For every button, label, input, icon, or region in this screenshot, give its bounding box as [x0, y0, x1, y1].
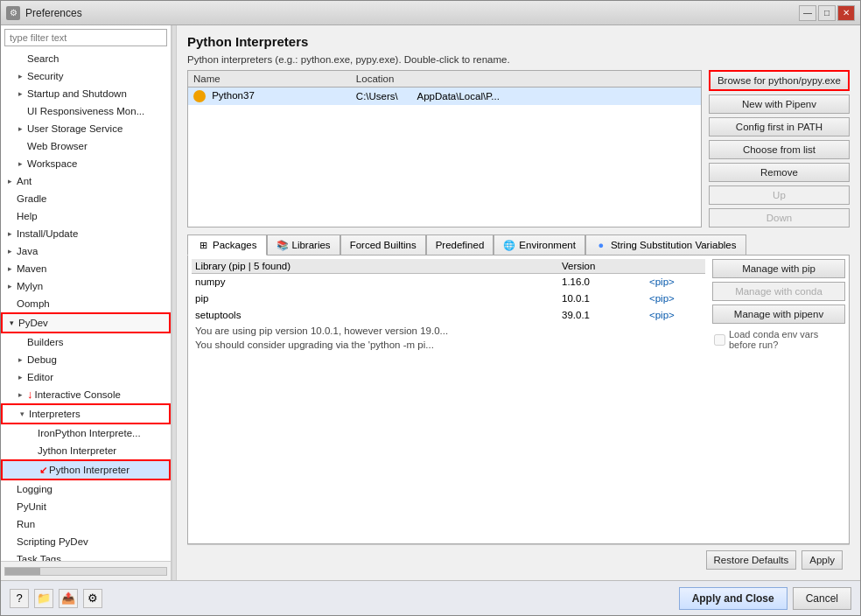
- remove-button[interactable]: Remove: [709, 163, 850, 182]
- tab-environment[interactable]: 🌐 Environment: [494, 234, 585, 255]
- pip-warning-1: You are using pip version 10.0.1, howeve…: [192, 324, 705, 338]
- sidebar-item-logging[interactable]: Logging: [1, 480, 171, 498]
- main-title: Python Interpreters: [187, 34, 850, 49]
- sidebar-item-run[interactable]: Run: [1, 515, 171, 533]
- apply-close-button[interactable]: Apply and Close: [679, 587, 788, 610]
- help-icon[interactable]: ?: [10, 589, 29, 608]
- window-controls: — □ ✕: [799, 5, 855, 21]
- pkg-row-numpy[interactable]: numpy 1.16.0 <pip>: [192, 274, 705, 290]
- packages-area: Library (pip | 5 found) Version numpy 1.…: [188, 256, 709, 543]
- manage-conda-button[interactable]: Manage with conda: [712, 282, 845, 301]
- conda-env-checkbox[interactable]: [714, 334, 725, 346]
- tab-predefined[interactable]: Predefined: [426, 234, 494, 255]
- footer-bar: ? 📁 📤 ⚙ Apply and Close Cancel: [1, 580, 860, 615]
- interp-location: C:\Users\ AppData\Local\P...: [351, 88, 701, 106]
- manage-pipenv-button[interactable]: Manage with pipenv: [712, 304, 845, 324]
- restore-defaults-button[interactable]: Restore Defaults: [706, 550, 797, 570]
- python-icon: [193, 90, 206, 102]
- config-path-button[interactable]: Config first in PATH: [709, 117, 850, 136]
- sidebar-item-help[interactable]: Help: [1, 207, 171, 225]
- minimize-button[interactable]: —: [799, 5, 816, 21]
- sidebar-item-interactive-console[interactable]: ↓ Interactive Console: [1, 386, 171, 403]
- sidebar-item-ironpython[interactable]: IronPython Interprete...: [1, 424, 171, 442]
- footer-right-buttons: Apply and Close Cancel: [679, 587, 851, 610]
- sidebar-scroll-track[interactable]: [4, 567, 167, 576]
- export-icon[interactable]: 📤: [59, 589, 78, 608]
- browse-button[interactable]: Browse for python/pypy.exe: [709, 70, 850, 91]
- choose-list-button[interactable]: Choose from list: [709, 140, 850, 159]
- tabs-area: ⊞ Packages 📚 Libraries Forced Builtins P…: [187, 234, 850, 544]
- sidebar-item-java[interactable]: Java: [1, 242, 171, 260]
- sidebar-item-oomph[interactable]: Oomph: [1, 295, 171, 312]
- pkg-header-source: [649, 261, 702, 271]
- sidebar-item-ant[interactable]: Ant: [1, 172, 171, 190]
- tab-content-packages: Library (pip | 5 found) Version numpy 1.…: [187, 256, 850, 544]
- manage-pip-button[interactable]: Manage with pip: [712, 259, 845, 278]
- packages-action-buttons: Manage with pip Manage with conda Manage…: [709, 256, 849, 543]
- sidebar-item-security[interactable]: Security: [1, 67, 171, 85]
- interpreter-area: Name Location Python37 C:\Users\ Ap: [187, 70, 850, 228]
- sidebar-item-task-tags[interactable]: Task Tags: [1, 550, 171, 561]
- sidebar: Search Security Startup and Shutdown UI …: [1, 25, 172, 580]
- tab-string-sub[interactable]: ● String Substitution Variables: [585, 234, 746, 255]
- up-button[interactable]: Up: [709, 186, 850, 205]
- maximize-button[interactable]: □: [818, 5, 836, 21]
- sidebar-item-web-browser[interactable]: Web Browser: [1, 137, 171, 155]
- libraries-tab-icon: 📚: [276, 239, 289, 251]
- sidebar-scrollbar[interactable]: [1, 561, 171, 580]
- open-icon[interactable]: 📁: [34, 589, 53, 608]
- sidebar-item-jython[interactable]: Jython Interpreter: [1, 442, 171, 459]
- sidebar-item-ui-resp[interactable]: UI Responsiveness Mon...: [1, 102, 171, 120]
- cancel-button[interactable]: Cancel: [793, 587, 851, 610]
- pkg-row-pip[interactable]: pip 10.0.1 <pip>: [192, 290, 705, 307]
- interpreter-row[interactable]: Python37 C:\Users\ AppData\Local\P...: [188, 88, 701, 106]
- filter-input[interactable]: [4, 29, 167, 46]
- interp-name: Python37: [188, 88, 351, 106]
- new-pipenv-button[interactable]: New with Pipenv: [709, 94, 850, 114]
- tab-forced-builtins[interactable]: Forced Builtins: [340, 234, 426, 255]
- sidebar-scroll-thumb[interactable]: [5, 568, 40, 575]
- interpreter-table-wrapper: Name Location Python37 C:\Users\ Ap: [187, 70, 702, 228]
- sidebar-item-workspace[interactable]: Workspace: [1, 155, 171, 172]
- down-button[interactable]: Down: [709, 208, 850, 228]
- tab-packages[interactable]: ⊞ Packages: [187, 234, 267, 256]
- sidebar-item-startup[interactable]: Startup and Shutdown: [1, 85, 171, 102]
- footer-icons: ? 📁 📤 ⚙: [10, 589, 102, 608]
- sidebar-item-gradle[interactable]: Gradle: [1, 190, 171, 207]
- tree-scroll: Search Security Startup and Shutdown UI …: [1, 50, 171, 561]
- packages-tab-icon: ⊞: [197, 239, 209, 251]
- main-content: Search Security Startup and Shutdown UI …: [1, 25, 860, 580]
- window-icon: ⚙: [6, 6, 20, 20]
- sidebar-item-python-interpreter[interactable]: ↙ Python Interpreter: [1, 459, 171, 480]
- bottom-buttons: Restore Defaults Apply: [187, 544, 850, 575]
- sidebar-item-editor[interactable]: Editor: [1, 368, 171, 386]
- preferences-window: ⚙ Preferences — □ ✕ Search Security Star…: [0, 0, 861, 616]
- sidebar-item-maven[interactable]: Maven: [1, 260, 171, 277]
- conda-check-row: Load conda env vars before run?: [712, 327, 845, 352]
- sidebar-item-install-update[interactable]: Install/Update: [1, 225, 171, 242]
- pip-warning-2: You should consider upgrading via the 'p…: [192, 338, 705, 352]
- sidebar-item-pyunit[interactable]: PyUnit: [1, 498, 171, 515]
- main-area: Python Interpreters Python interpreters …: [177, 25, 860, 580]
- sidebar-item-debug[interactable]: Debug: [1, 351, 171, 368]
- sidebar-item-mylyn[interactable]: Mylyn: [1, 277, 171, 295]
- col-location: Location: [351, 71, 701, 88]
- interpreter-table: Name Location Python37 C:\Users\ Ap: [188, 71, 701, 105]
- sidebar-item-user-storage[interactable]: User Storage Service: [1, 120, 171, 137]
- close-button[interactable]: ✕: [837, 5, 855, 21]
- pkg-row-setuptools[interactable]: setuptools 39.0.1 <pip>: [192, 307, 705, 324]
- tab-libraries[interactable]: 📚 Libraries: [267, 234, 340, 255]
- sidebar-item-search[interactable]: Search: [1, 50, 171, 67]
- sidebar-item-builders[interactable]: Builders: [1, 333, 171, 351]
- sidebar-item-interpreters[interactable]: Interpreters: [1, 403, 171, 424]
- pkg-header-version: Version: [562, 261, 649, 271]
- pkg-header-library: Library (pip | 5 found): [195, 261, 562, 271]
- tab-headers: ⊞ Packages 📚 Libraries Forced Builtins P…: [187, 234, 850, 256]
- window-title: Preferences: [25, 7, 794, 19]
- main-description: Python interpreters (e.g.: python.exe, p…: [187, 54, 850, 65]
- conda-check-label: Load conda env vars before run?: [729, 329, 844, 350]
- sidebar-item-pydev[interactable]: PyDev: [1, 312, 171, 333]
- apply-button[interactable]: Apply: [802, 550, 843, 570]
- settings-icon[interactable]: ⚙: [83, 589, 102, 608]
- sidebar-item-scripting-pydev[interactable]: Scripting PyDev: [1, 533, 171, 550]
